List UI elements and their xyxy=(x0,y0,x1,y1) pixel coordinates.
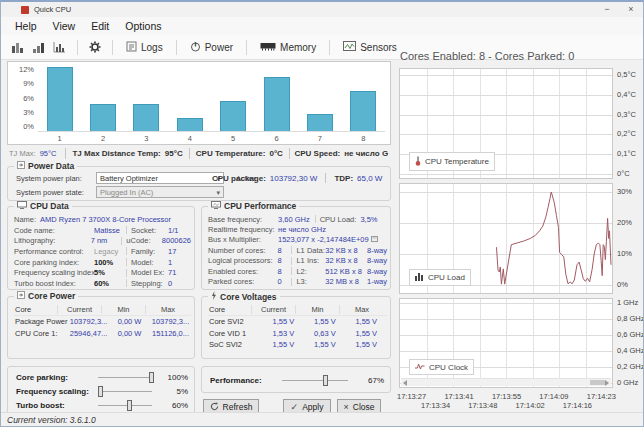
slider-thumb[interactable] xyxy=(98,386,103,397)
field-value: 32 KB x 8 xyxy=(325,256,367,265)
core-usage-bar xyxy=(133,104,159,131)
sensors-button[interactable]: Sensors xyxy=(337,39,403,55)
scrollbar-thumb[interactable] xyxy=(590,380,605,385)
power-data-title: Power Data xyxy=(14,161,77,172)
window-controls: − × xyxy=(595,3,643,16)
performance-slider-value: 67% xyxy=(356,376,384,385)
table-cell: 0,63 V xyxy=(304,329,345,338)
field-label: Model Ex: xyxy=(131,268,168,277)
axis-tick-label: 0% xyxy=(617,280,628,289)
cpu-data-row: Turbo boost index:60%Stepping:0 xyxy=(14,278,191,289)
core-usage-bar xyxy=(47,67,73,131)
power-state-select[interactable]: Plugged In (AC)▾ xyxy=(96,186,224,198)
menu-view[interactable]: View xyxy=(45,18,84,34)
field-label: Model: xyxy=(131,258,168,267)
cpu-performance-row: Enabled cores:8L2:512 KB x 88-way xyxy=(208,266,387,276)
slider-row: Frequency scaling:5% xyxy=(16,385,188,397)
slider-value: 60% xyxy=(160,401,188,410)
cpu-clock-y-axis: 1 GHz0,8 GHz0,6 GHz0,4 GHz0,2 GHz0 GHz xyxy=(617,298,644,388)
memory-button[interactable]: Memory xyxy=(254,40,322,55)
power-icon xyxy=(190,41,201,54)
axis-tick-label: 20% xyxy=(617,218,632,227)
close-window-button[interactable]: × xyxy=(619,3,643,16)
menu-options[interactable]: Options xyxy=(117,18,169,34)
cpu-data-row: Performance control:LegacyFamily:17 xyxy=(14,246,191,257)
axis-tick-label: 0,8 GHz xyxy=(617,314,644,323)
field-value: 8-way xyxy=(367,246,387,255)
slider-value: 100% xyxy=(160,373,188,382)
cpu-load-y-axis: 30%20%10%0% xyxy=(617,183,644,294)
cpu-data-title: CPU Data xyxy=(14,201,72,212)
slider-thumb[interactable] xyxy=(127,400,132,411)
table-row: Package Power103792,3...0,00 W103792,3..… xyxy=(14,316,191,328)
time-tick-label: 17:13:34 xyxy=(421,401,450,410)
slider-label: Turbo boost: xyxy=(16,401,98,410)
scroll-left-icon[interactable] xyxy=(403,380,407,386)
field-label: Frequency scaling index: xyxy=(14,268,94,277)
cpu-load-chart: CPU Load xyxy=(399,183,613,294)
field-value: 1/1 xyxy=(168,226,178,235)
minimize-button[interactable]: − xyxy=(595,3,619,16)
table-cell: 1,55 V xyxy=(346,317,387,326)
field-label: Performance control: xyxy=(14,247,94,256)
field-value: 8 xyxy=(278,246,290,255)
cpu-clock-chart: CPU Clock xyxy=(399,298,613,388)
expander-icon[interactable] xyxy=(17,291,25,302)
table-header-cell: Current xyxy=(252,305,296,314)
menu-edit[interactable]: Edit xyxy=(83,18,117,34)
axis-tick-label: 1 GHz xyxy=(617,298,638,307)
table-cell: 1,55 V xyxy=(346,340,387,349)
scroll-right-icon[interactable] xyxy=(605,380,609,386)
cpu-performance-row: Parked cores:0L3:32 MB x 81-way xyxy=(208,276,387,286)
field-label: L3: xyxy=(296,277,325,286)
gear-icon[interactable] xyxy=(85,39,105,55)
table-header: CoreCurrentMinMax xyxy=(208,304,387,316)
field-label: Family: xyxy=(131,247,168,256)
slider-track[interactable] xyxy=(98,400,152,411)
performance-slider-track[interactable] xyxy=(282,375,348,386)
power-plan-label: System power plan: xyxy=(16,174,96,183)
window-title: Quick CPU xyxy=(34,5,71,14)
field-value: 8-way xyxy=(367,256,387,265)
slider-thumb[interactable] xyxy=(149,372,154,383)
table-cell: 1,55 V xyxy=(346,329,387,338)
menu-help[interactable]: Help xyxy=(7,18,45,34)
table-header-cell: Core xyxy=(208,305,252,314)
field-value: 71 xyxy=(168,268,176,277)
logs-button[interactable]: Logs xyxy=(120,39,169,56)
field-label: Core parking index: xyxy=(14,258,94,267)
y-axis-tick: 3% xyxy=(10,108,34,117)
chart-scrollbar[interactable] xyxy=(401,378,611,386)
power-button[interactable]: Power xyxy=(184,39,239,56)
slider-track[interactable] xyxy=(98,386,152,397)
slider-row: Turbo boost:60% xyxy=(16,399,188,411)
cpu-speed-stat: CPU Speed:не число G xyxy=(290,149,393,158)
field-value: 1523,077 x -2,147484E+09 xyxy=(278,235,369,244)
core-voltages-group: Core Voltages CoreCurrentMinMaxCore SVI2… xyxy=(201,296,391,359)
expander-icon[interactable] xyxy=(17,161,25,172)
slider-track[interactable] xyxy=(98,372,152,383)
table-cell: 0,00 W xyxy=(109,317,150,326)
power-plan-select[interactable]: Battery Optimizer▾ xyxy=(96,172,224,184)
performance-slider-thumb[interactable] xyxy=(323,375,328,386)
histogram-icon[interactable] xyxy=(49,40,70,55)
performance-slider-group: Performance: 67% xyxy=(201,366,391,393)
power-state-label: System power state: xyxy=(16,188,96,197)
core-usage-bar xyxy=(90,104,116,131)
field-value: 512 KB x 8 xyxy=(325,267,367,276)
field-value: 1 xyxy=(168,258,172,267)
table-cell: 1,55 V xyxy=(263,317,304,326)
rising-bars-icon[interactable] xyxy=(28,40,49,55)
core-usage-y-axis: 12%9%6%3%0% xyxy=(10,65,34,131)
core-power-title: Core Power xyxy=(14,291,78,302)
column-chart-icon[interactable] xyxy=(7,40,28,55)
field-value: Legacy xyxy=(94,247,124,256)
field-value: 8 xyxy=(278,267,290,276)
time-tick-label: 17:13:27 xyxy=(397,392,426,401)
axis-tick-label: 0,2°C xyxy=(617,129,636,138)
cpu-data-group: CPU Data Name:AMD Ryzen 7 3700X 8-Core P… xyxy=(7,206,195,290)
field-value: 3,5% xyxy=(360,215,377,224)
field-label: Lithography: xyxy=(14,236,91,245)
y-axis-tick: 9% xyxy=(10,79,34,88)
time-axis-row1: 17:13:2717:13:4117:13:5517:14:0917:14:23 xyxy=(397,392,616,401)
